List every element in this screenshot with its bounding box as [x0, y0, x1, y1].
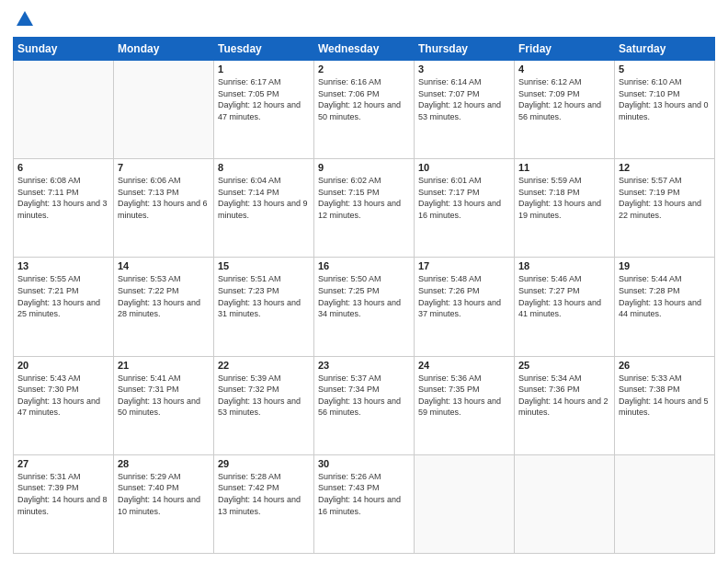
calendar-week-row: 1Sunrise: 6:17 AM Sunset: 7:05 PM Daylig… [14, 61, 715, 159]
calendar-cell: 15Sunrise: 5:51 AM Sunset: 7:23 PM Dayli… [214, 258, 314, 356]
day-number: 8 [218, 162, 310, 173]
calendar-cell [415, 454, 515, 553]
day-number: 21 [118, 360, 210, 371]
calendar-header-row: SundayMondayTuesdayWednesdayThursdayFrid… [14, 38, 715, 61]
calendar-cell: 1Sunrise: 6:17 AM Sunset: 7:05 PM Daylig… [214, 61, 314, 159]
day-info: Sunrise: 6:17 AM Sunset: 7:05 PM Dayligh… [218, 76, 310, 122]
day-info: Sunrise: 6:14 AM Sunset: 7:07 PM Dayligh… [418, 76, 510, 122]
header [13, 9, 715, 29]
calendar-cell: 6Sunrise: 6:08 AM Sunset: 7:11 PM Daylig… [14, 159, 114, 258]
calendar-header-sunday: Sunday [14, 38, 114, 61]
calendar-cell: 24Sunrise: 5:36 AM Sunset: 7:35 PM Dayli… [415, 356, 515, 454]
calendar-cell: 11Sunrise: 5:59 AM Sunset: 7:18 PM Dayli… [515, 159, 615, 258]
day-info: Sunrise: 5:43 AM Sunset: 7:30 PM Dayligh… [17, 373, 109, 419]
day-info: Sunrise: 5:26 AM Sunset: 7:43 PM Dayligh… [318, 471, 410, 517]
calendar-cell: 2Sunrise: 6:16 AM Sunset: 7:06 PM Daylig… [314, 61, 415, 159]
day-info: Sunrise: 5:57 AM Sunset: 7:19 PM Dayligh… [619, 175, 711, 221]
day-info: Sunrise: 5:48 AM Sunset: 7:26 PM Dayligh… [418, 273, 510, 319]
calendar-cell: 21Sunrise: 5:41 AM Sunset: 7:31 PM Dayli… [114, 356, 214, 454]
day-info: Sunrise: 5:34 AM Sunset: 7:36 PM Dayligh… [518, 373, 610, 419]
day-info: Sunrise: 6:06 AM Sunset: 7:13 PM Dayligh… [118, 175, 210, 221]
calendar-week-row: 6Sunrise: 6:08 AM Sunset: 7:11 PM Daylig… [14, 159, 715, 258]
day-number: 22 [218, 360, 310, 371]
day-info: Sunrise: 6:12 AM Sunset: 7:09 PM Dayligh… [518, 76, 610, 122]
calendar-cell: 16Sunrise: 5:50 AM Sunset: 7:25 PM Dayli… [314, 258, 415, 356]
day-number: 4 [518, 63, 610, 75]
day-number: 30 [318, 458, 410, 469]
calendar-cell: 4Sunrise: 6:12 AM Sunset: 7:09 PM Daylig… [515, 61, 615, 159]
day-number: 13 [17, 260, 109, 271]
day-info: Sunrise: 5:44 AM Sunset: 7:28 PM Dayligh… [619, 273, 711, 319]
calendar-header-tuesday: Tuesday [214, 38, 314, 61]
day-number: 12 [619, 162, 711, 173]
calendar-cell [14, 61, 114, 159]
day-info: Sunrise: 5:33 AM Sunset: 7:38 PM Dayligh… [619, 373, 711, 419]
day-number: 29 [218, 458, 310, 469]
calendar-cell: 28Sunrise: 5:29 AM Sunset: 7:40 PM Dayli… [114, 454, 214, 553]
calendar-cell: 8Sunrise: 6:04 AM Sunset: 7:14 PM Daylig… [214, 159, 314, 258]
day-info: Sunrise: 5:28 AM Sunset: 7:42 PM Dayligh… [218, 471, 310, 517]
logo-icon [15, 9, 35, 29]
day-number: 1 [218, 63, 310, 75]
calendar-header-wednesday: Wednesday [314, 38, 415, 61]
calendar-cell: 22Sunrise: 5:39 AM Sunset: 7:32 PM Dayli… [214, 356, 314, 454]
calendar-cell: 27Sunrise: 5:31 AM Sunset: 7:39 PM Dayli… [14, 454, 114, 553]
calendar-header-friday: Friday [515, 38, 615, 61]
day-number: 2 [318, 63, 410, 75]
calendar-week-row: 20Sunrise: 5:43 AM Sunset: 7:30 PM Dayli… [14, 356, 715, 454]
day-number: 26 [619, 360, 711, 371]
day-info: Sunrise: 5:29 AM Sunset: 7:40 PM Dayligh… [118, 471, 210, 517]
day-info: Sunrise: 5:53 AM Sunset: 7:22 PM Dayligh… [118, 273, 210, 319]
day-info: Sunrise: 6:16 AM Sunset: 7:06 PM Dayligh… [318, 76, 410, 122]
day-number: 5 [619, 63, 711, 75]
day-info: Sunrise: 6:10 AM Sunset: 7:10 PM Dayligh… [619, 76, 711, 122]
calendar-header-saturday: Saturday [615, 38, 715, 61]
day-info: Sunrise: 5:31 AM Sunset: 7:39 PM Dayligh… [17, 471, 109, 517]
day-info: Sunrise: 5:39 AM Sunset: 7:32 PM Dayligh… [218, 373, 310, 419]
calendar-cell: 9Sunrise: 6:02 AM Sunset: 7:15 PM Daylig… [314, 159, 415, 258]
calendar-cell: 25Sunrise: 5:34 AM Sunset: 7:36 PM Dayli… [515, 356, 615, 454]
calendar-header-monday: Monday [114, 38, 214, 61]
day-number: 9 [318, 162, 410, 173]
calendar-cell: 14Sunrise: 5:53 AM Sunset: 7:22 PM Dayli… [114, 258, 214, 356]
calendar-cell: 3Sunrise: 6:14 AM Sunset: 7:07 PM Daylig… [415, 61, 515, 159]
day-number: 16 [318, 260, 410, 271]
day-info: Sunrise: 5:37 AM Sunset: 7:34 PM Dayligh… [318, 373, 410, 419]
calendar-cell: 19Sunrise: 5:44 AM Sunset: 7:28 PM Dayli… [615, 258, 715, 356]
day-number: 10 [418, 162, 510, 173]
calendar-cell: 30Sunrise: 5:26 AM Sunset: 7:43 PM Dayli… [314, 454, 415, 553]
day-number: 3 [418, 63, 510, 75]
calendar-cell [515, 454, 615, 553]
svg-marker-0 [17, 11, 33, 26]
day-info: Sunrise: 5:46 AM Sunset: 7:27 PM Dayligh… [518, 273, 610, 319]
day-info: Sunrise: 5:36 AM Sunset: 7:35 PM Dayligh… [418, 373, 510, 419]
calendar-week-row: 13Sunrise: 5:55 AM Sunset: 7:21 PM Dayli… [14, 258, 715, 356]
day-number: 11 [518, 162, 610, 173]
day-number: 7 [118, 162, 210, 173]
day-number: 28 [118, 458, 210, 469]
calendar-week-row: 27Sunrise: 5:31 AM Sunset: 7:39 PM Dayli… [14, 454, 715, 553]
day-info: Sunrise: 5:55 AM Sunset: 7:21 PM Dayligh… [17, 273, 109, 319]
day-number: 19 [619, 260, 711, 271]
day-number: 27 [17, 458, 109, 469]
day-number: 23 [318, 360, 410, 371]
day-info: Sunrise: 5:50 AM Sunset: 7:25 PM Dayligh… [318, 273, 410, 319]
calendar-cell: 26Sunrise: 5:33 AM Sunset: 7:38 PM Dayli… [615, 356, 715, 454]
day-info: Sunrise: 5:51 AM Sunset: 7:23 PM Dayligh… [218, 273, 310, 319]
calendar-cell: 12Sunrise: 5:57 AM Sunset: 7:19 PM Dayli… [615, 159, 715, 258]
day-number: 24 [418, 360, 510, 371]
day-info: Sunrise: 6:04 AM Sunset: 7:14 PM Dayligh… [218, 175, 310, 221]
calendar-header-thursday: Thursday [415, 38, 515, 61]
calendar-cell: 7Sunrise: 6:06 AM Sunset: 7:13 PM Daylig… [114, 159, 214, 258]
calendar-cell: 17Sunrise: 5:48 AM Sunset: 7:26 PM Dayli… [415, 258, 515, 356]
day-info: Sunrise: 6:02 AM Sunset: 7:15 PM Dayligh… [318, 175, 410, 221]
day-info: Sunrise: 5:41 AM Sunset: 7:31 PM Dayligh… [118, 373, 210, 419]
day-number: 25 [518, 360, 610, 371]
day-number: 6 [17, 162, 109, 173]
day-info: Sunrise: 6:01 AM Sunset: 7:17 PM Dayligh… [418, 175, 510, 221]
calendar-cell [114, 61, 214, 159]
day-info: Sunrise: 5:59 AM Sunset: 7:18 PM Dayligh… [518, 175, 610, 221]
day-number: 20 [17, 360, 109, 371]
calendar-cell: 29Sunrise: 5:28 AM Sunset: 7:42 PM Dayli… [214, 454, 314, 553]
calendar-cell: 10Sunrise: 6:01 AM Sunset: 7:17 PM Dayli… [415, 159, 515, 258]
